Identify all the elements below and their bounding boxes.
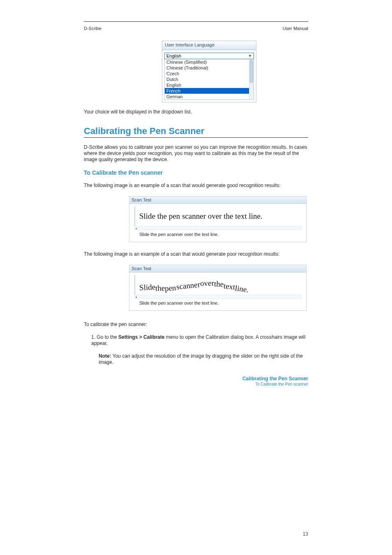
curved-word: over bbox=[200, 278, 214, 288]
curved-word: text bbox=[223, 282, 236, 292]
ui-language-option[interactable]: Chinese (Simplified) bbox=[165, 59, 254, 65]
ui-language-option-highlighted[interactable]: French bbox=[165, 88, 254, 94]
sub-heading: To Calibrate the Pen scanner bbox=[84, 169, 308, 176]
curved-word: pen bbox=[165, 283, 177, 293]
note-label: Note: bbox=[99, 353, 111, 359]
scan-preview-text: Slide the pen scanner over the text line… bbox=[139, 212, 263, 221]
scan-result-text: Slide the pen scanner over the text line… bbox=[134, 298, 302, 308]
curved-word: scanner bbox=[176, 280, 201, 291]
paragraph: The following image is an example of a s… bbox=[84, 251, 308, 257]
scroll-left-icon: ◂ bbox=[135, 227, 137, 230]
scan-preview-scrollbar[interactable]: ◂ bbox=[134, 295, 302, 298]
page-number: 13 bbox=[303, 531, 308, 537]
ui-language-title: User Interface Language bbox=[162, 41, 256, 50]
ui-language-option[interactable]: English bbox=[165, 82, 254, 88]
step-bold: Settings > Calibrate bbox=[118, 334, 164, 340]
scan-preview-poor: Slide the pen scanner over the text line… bbox=[134, 275, 302, 295]
scan-preview-good: Slide the pen scanner over the text line… bbox=[134, 206, 302, 226]
scan-test-title: Scan Test bbox=[129, 197, 306, 204]
curved-word: the bbox=[155, 284, 165, 293]
ui-language-dropdown[interactable]: English ▼ bbox=[164, 53, 254, 59]
ui-language-selected: English bbox=[166, 53, 181, 58]
curved-word: the bbox=[214, 279, 224, 289]
scan-test-panel-poor: Scan Test Slide the pen scanner over the… bbox=[129, 265, 307, 311]
paragraph: The following image is an example of a s… bbox=[84, 183, 308, 189]
header-left: D-Scribe bbox=[84, 26, 101, 31]
scan-preview-text-curved: Slide the pen scanner over the text line… bbox=[139, 280, 249, 289]
step-number: 1. bbox=[91, 334, 95, 340]
page-header: D-Scribe User Manual bbox=[84, 26, 308, 31]
curved-word: Slide bbox=[139, 282, 155, 292]
closing-small: To Calibrate the Pen scanner bbox=[84, 382, 308, 386]
section-title: Calibrating the Pen Scanner bbox=[84, 126, 308, 136]
header-rule bbox=[84, 21, 308, 22]
listbox-scrollbar-thumb[interactable] bbox=[250, 60, 253, 83]
list-item: 1. Go to the Settings > Calibrate menu t… bbox=[91, 334, 308, 347]
paragraph: To calibrate the pen scanner: bbox=[84, 321, 308, 328]
scan-preview-scrollbar[interactable]: ◂ bbox=[134, 226, 302, 230]
scan-test-title: Scan Test bbox=[129, 265, 306, 273]
curved-word: line. bbox=[235, 284, 249, 294]
section-rule bbox=[84, 137, 308, 138]
listbox-scrollbar-track[interactable] bbox=[249, 59, 254, 99]
chevron-down-icon: ▼ bbox=[248, 54, 252, 58]
ui-language-panel: User Interface Language English ▼ Chines… bbox=[162, 41, 256, 102]
paragraph: Your choice will be displayed in the dro… bbox=[84, 109, 308, 115]
ui-language-option[interactable]: Dutch bbox=[165, 76, 254, 82]
ui-language-option[interactable]: Chinese (Traditional) bbox=[165, 65, 254, 71]
ui-language-option[interactable]: Czech bbox=[165, 71, 254, 76]
scan-result-text: Slide the pen scanner over the text line… bbox=[134, 230, 302, 239]
step-text: Go to the bbox=[97, 334, 117, 340]
note-body: You can adjust the resolution of the ima… bbox=[99, 353, 303, 365]
paragraph: D-Scribe allows you to calibrate your pe… bbox=[84, 144, 308, 163]
ui-language-listbox[interactable]: Chinese (Simplified) Chinese (Traditiona… bbox=[164, 59, 254, 100]
closing-bold: Calibrating the Pen Scanner bbox=[242, 376, 308, 382]
header-right: User Manual bbox=[283, 26, 308, 31]
closing-block: Calibrating the Pen Scanner To Calibrate… bbox=[84, 375, 308, 386]
scan-test-panel-good: Scan Test Slide the pen scanner over the… bbox=[129, 196, 307, 242]
ui-language-option[interactable]: German bbox=[165, 94, 254, 99]
scroll-left-icon: ◂ bbox=[135, 295, 137, 299]
note: Note: You can adjust the resolution of t… bbox=[99, 353, 308, 365]
